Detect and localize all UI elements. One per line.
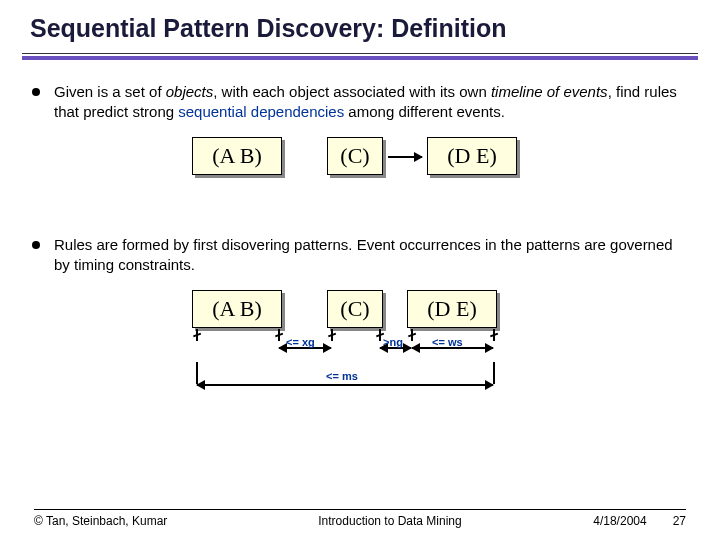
dimension-label-xg: <= xg — [286, 336, 315, 348]
footer-date: 4/18/2004 — [593, 514, 646, 528]
bullet-1: Given is a set of objects, with each obj… — [32, 82, 688, 121]
dimension-label-ws: <= ws — [432, 336, 463, 348]
bullet-2-text: Rules are formed by first disovering pat… — [54, 235, 688, 274]
dimension-line-ms — [197, 384, 493, 386]
seq-box-ab: (A B) — [192, 137, 282, 175]
arrow-icon — [388, 156, 422, 158]
footer-copyright: © Tan, Steinbach, Kumar — [34, 514, 234, 528]
bullet-1-link-text: sequential dependencies — [178, 103, 344, 120]
footer-right: 4/18/2004 27 — [546, 514, 686, 528]
seq-box-ab-2: (A B) — [192, 290, 282, 328]
bullet-1-em: objects — [166, 83, 214, 100]
title-rule — [22, 53, 698, 60]
slide-body: Given is a set of objects, with each obj… — [0, 60, 720, 430]
bullet-1-text-part: among different events. — [344, 103, 505, 120]
slide-title: Sequential Pattern Discovery: Definition — [0, 0, 720, 49]
seq-box-de-2: (D E) — [407, 290, 497, 328]
dimension-label-ng: >ng — [383, 336, 403, 348]
diagram-sequence-1: (A B) (C) (D E) — [152, 137, 688, 217]
dimension-label-ms: <= ms — [326, 370, 358, 382]
bullet-1-em: timeline of events — [491, 83, 608, 100]
slide-footer: © Tan, Steinbach, Kumar Introduction to … — [0, 509, 720, 528]
bullet-2: Rules are formed by first disovering pat… — [32, 235, 688, 274]
bullet-dot-icon — [32, 241, 40, 249]
diagram-sequence-2: (A B) (C) (D E) <= xg >ng <= ws <= ms — [152, 290, 688, 430]
seq-box-c-2: (C) — [327, 290, 383, 328]
bullet-1-text: Given is a set of objects, with each obj… — [54, 82, 688, 121]
bullet-1-text-part: Given is a set of — [54, 83, 166, 100]
footer-rule — [34, 509, 686, 510]
bullet-dot-icon — [32, 88, 40, 96]
seq-box-de: (D E) — [427, 137, 517, 175]
seq-box-c: (C) — [327, 137, 383, 175]
bullet-1-text-part: , with each object associated with its o… — [213, 83, 491, 100]
footer-page: 27 — [650, 514, 686, 528]
footer-title: Introduction to Data Mining — [234, 514, 546, 528]
